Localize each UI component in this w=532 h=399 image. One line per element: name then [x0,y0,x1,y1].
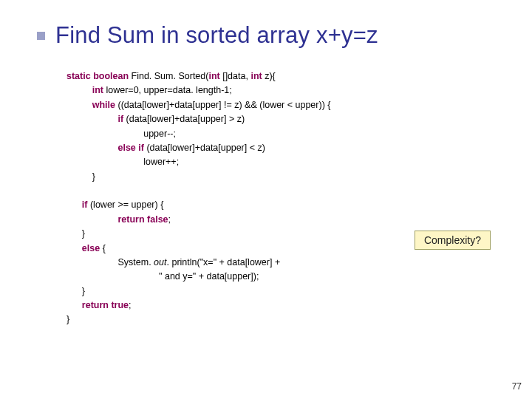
code-text: (lower >= upper) { [87,200,163,210]
code-text: System. [117,257,154,267]
code-text: } [82,286,85,296]
kw-else: else [82,243,100,253]
code-text: ; [168,214,171,225]
code-text: lower=0, upper=data. length-1; [103,85,232,95]
code-text: (data[lower]+data[upper] > z) [123,114,245,124]
kw-int: int [208,71,219,81]
title-row: Find Sum in sorted array x+y=z [37,22,502,49]
code-text: } [92,171,95,182]
code-text: lower++; [143,157,179,167]
code-text: ; [129,300,131,310]
page-number: 77 [512,381,522,392]
title-bullet-icon [37,32,45,40]
kw-int: int [92,85,103,95]
kw-while: while [92,100,115,110]
slide-title: Find Sum in sorted array x+y=z [55,22,378,49]
code-block: static boolean Find. Sum. Sorted(int []d… [66,69,502,327]
complexity-callout: Complexity? [415,231,491,250]
code-out: out [154,257,166,267]
slide: Find Sum in sorted array x+y=z static bo… [0,0,532,399]
code-text: } [66,314,69,324]
code-text: upper--; [143,129,176,139]
kw-if: if [117,114,123,124]
kw-int: int [250,71,262,81]
code-text: z){ [262,71,276,81]
kw-static-boolean: static boolean [66,71,129,81]
code-text: } [82,228,85,239]
code-text: []data, [220,71,251,81]
code-text: Find. Sum. Sorted( [129,71,208,81]
kw-else-if: else if [117,143,143,153]
code-text: ((data[lower]+data[upper] != z) && (lowe… [115,100,330,110]
code-text: { [100,243,106,253]
kw-return-false: return false [117,214,168,225]
code-text: " and y=" + data[upper]); [159,271,259,282]
kw-return-true: return true [82,300,129,310]
code-text: (data[lower]+data[upper] < z) [144,143,265,153]
code-text: . println("x=" + data[lower] + [166,257,280,267]
